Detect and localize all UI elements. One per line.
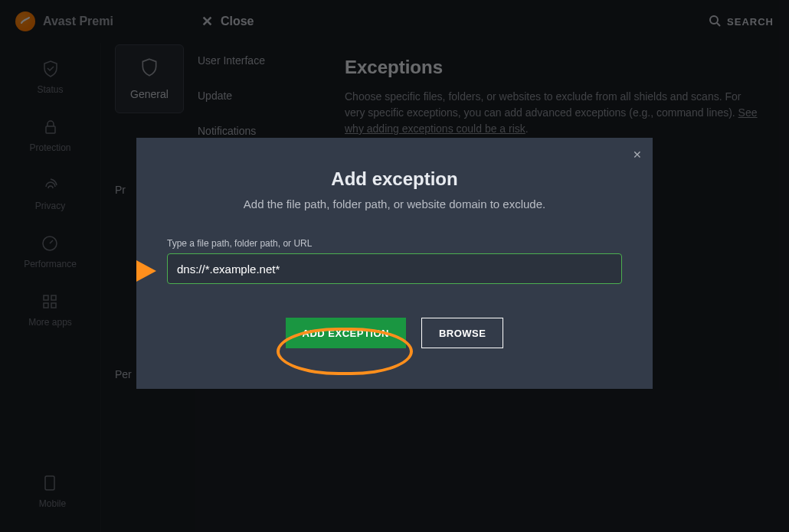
exception-path-input[interactable]: [167, 253, 622, 284]
browse-button[interactable]: BROWSE: [421, 318, 504, 348]
add-exception-button[interactable]: ADD EXCEPTION: [286, 318, 406, 348]
dialog-close-button[interactable]: ✕: [633, 149, 642, 161]
add-exception-dialog: ✕ Add exception Add the file path, folde…: [136, 138, 653, 389]
dialog-subtitle: Add the file path, folder path, or websi…: [136, 197, 653, 211]
dialog-title: Add exception: [136, 168, 653, 190]
tutorial-pointer-icon: [136, 260, 156, 282]
close-x-icon: ✕: [633, 149, 642, 161]
path-field-label: Type a file path, folder path, or URL: [167, 238, 622, 249]
